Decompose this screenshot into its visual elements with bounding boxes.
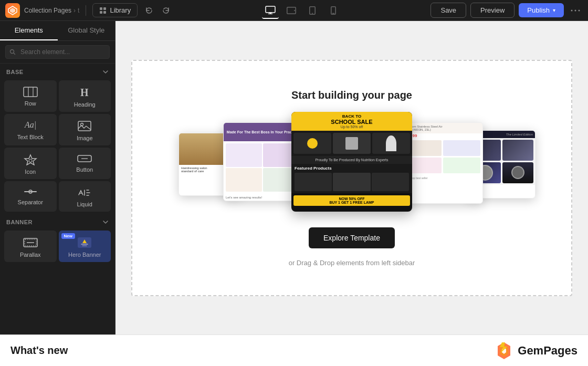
row-icon — [23, 87, 38, 97]
svg-point-11 — [294, 10, 295, 11]
banner-elements-grid: Parallax New Hero Banner — [0, 228, 115, 264]
more-options-button[interactable] — [568, 3, 583, 18]
preview-button[interactable]: Preview — [470, 3, 514, 18]
svg-text:H: H — [80, 87, 89, 98]
redo-button[interactable] — [159, 3, 173, 18]
library-button[interactable]: Library — [92, 3, 138, 17]
separator-label: Separator — [18, 199, 43, 205]
element-separator[interactable]: Separator — [4, 181, 57, 212]
divider-1 — [86, 5, 86, 16]
element-row[interactable]: Row — [4, 80, 57, 112]
hero-banner-icon — [77, 237, 92, 248]
template-preview-center: BACK TO SCHOOL SALE Up to 50% off — [291, 112, 412, 212]
image-label: Image — [77, 135, 93, 141]
svg-point-29 — [29, 159, 32, 162]
parallax-label: Parallax — [20, 252, 41, 258]
bottom-bar: What's new GemPages — [0, 334, 588, 366]
base-elements-grid: Row H Heading Aa| Text Block — [0, 78, 115, 214]
svg-rect-5 — [103, 11, 106, 14]
history-controls — [142, 3, 173, 18]
liquid-icon — [78, 187, 91, 198]
search-area — [0, 41, 115, 64]
template-preview-right: Random Stainless Steel AirFryer (4003N, … — [402, 122, 483, 204]
gempages-brand: GemPages — [495, 341, 578, 360]
gempages-logo-icon — [495, 341, 513, 360]
sidebar-tabs: Elements Global Style — [0, 21, 115, 41]
app-logo[interactable] — [5, 3, 20, 18]
text-block-icon: Aa| — [24, 120, 37, 131]
tab-global-style[interactable]: Global Style — [58, 21, 116, 40]
publish-button[interactable]: Publish ▾ — [519, 3, 564, 17]
breadcrumb: Collection Pages › t — [24, 7, 79, 14]
mobile-view-button[interactable] — [325, 2, 342, 19]
hero-banner-label: Hero Banner — [68, 252, 101, 258]
heading-label: Heading — [74, 101, 96, 108]
template-preview-left: Made For The Best Boss In Your Practice … — [223, 122, 302, 201]
row-label: Row — [25, 100, 36, 107]
button-label: Button — [76, 166, 93, 173]
svg-rect-26 — [78, 121, 91, 131]
icon-element-icon — [24, 154, 37, 165]
svg-marker-28 — [25, 155, 36, 165]
svg-point-18 — [579, 9, 580, 11]
svg-marker-1 — [10, 8, 15, 13]
parallax-icon — [23, 237, 38, 248]
banner-section-header: BANNER — [0, 214, 115, 228]
tablet-landscape-view-button[interactable] — [283, 2, 300, 19]
template-previews: Hairdressing salonstandard of care Made … — [143, 112, 561, 217]
tablet-portrait-view-button[interactable] — [304, 2, 321, 19]
button-icon — [77, 154, 92, 163]
element-icon[interactable]: Icon — [4, 148, 57, 179]
svg-point-16 — [571, 9, 573, 11]
element-parallax[interactable]: Parallax — [4, 231, 57, 262]
topbar: Collection Pages › t Library — [0, 0, 588, 21]
element-hero-banner[interactable]: New Hero Banner — [59, 231, 111, 262]
liquid-label: Liquid — [77, 201, 92, 207]
topbar-actions: Save Preview Publish ▾ — [430, 3, 583, 18]
image-icon — [78, 120, 91, 132]
search-input[interactable] — [5, 45, 110, 59]
drag-drop-hint: or Drag & Drop elements from left sideba… — [289, 259, 415, 267]
save-button[interactable]: Save — [430, 3, 466, 18]
svg-rect-2 — [100, 7, 102, 10]
main-layout: Elements Global Style BASE — [0, 21, 588, 334]
svg-rect-4 — [100, 11, 102, 14]
page-canvas: Start building your page Hairdressing sa… — [131, 60, 572, 296]
svg-rect-3 — [103, 7, 106, 10]
undo-button[interactable] — [142, 3, 156, 18]
element-text-block[interactable]: Aa| Text Block — [4, 114, 57, 145]
canvas-area: Start building your page Hairdressing sa… — [116, 21, 588, 334]
new-badge: New — [61, 233, 75, 239]
svg-point-17 — [575, 9, 576, 11]
canvas-inner: Start building your page Hairdressing sa… — [116, 21, 588, 334]
element-liquid[interactable]: Liquid — [59, 181, 111, 212]
publish-arrow-icon: ▾ — [553, 7, 555, 13]
svg-rect-6 — [266, 6, 275, 13]
start-building-panel: Start building your page Hairdressing sa… — [132, 74, 571, 283]
heading-icon: H — [78, 87, 91, 98]
search-icon — [9, 49, 16, 55]
svg-text:Aa|: Aa| — [24, 120, 36, 130]
svg-point-13 — [312, 13, 313, 14]
svg-rect-21 — [24, 87, 37, 97]
separator-icon — [24, 187, 37, 196]
device-switcher — [177, 2, 426, 19]
svg-line-20 — [14, 53, 15, 55]
base-collapse-icon[interactable] — [102, 69, 109, 75]
elements-sidebar: Elements Global Style BASE — [0, 21, 116, 334]
whats-new-label: What's new — [10, 344, 68, 357]
element-heading[interactable]: H Heading — [59, 80, 111, 112]
tab-elements[interactable]: Elements — [0, 21, 58, 40]
base-section-header: BASE — [0, 64, 115, 78]
desktop-view-button[interactable] — [262, 2, 279, 19]
icon-label: Icon — [25, 169, 36, 175]
explore-template-button[interactable]: Explore Template — [309, 227, 395, 248]
banner-collapse-icon[interactable] — [102, 219, 109, 225]
element-image[interactable]: Image — [59, 114, 111, 145]
svg-point-27 — [81, 123, 83, 126]
start-building-title: Start building your page — [291, 89, 412, 101]
text-block-label: Text Block — [17, 134, 44, 140]
element-button[interactable]: Button — [59, 148, 111, 179]
